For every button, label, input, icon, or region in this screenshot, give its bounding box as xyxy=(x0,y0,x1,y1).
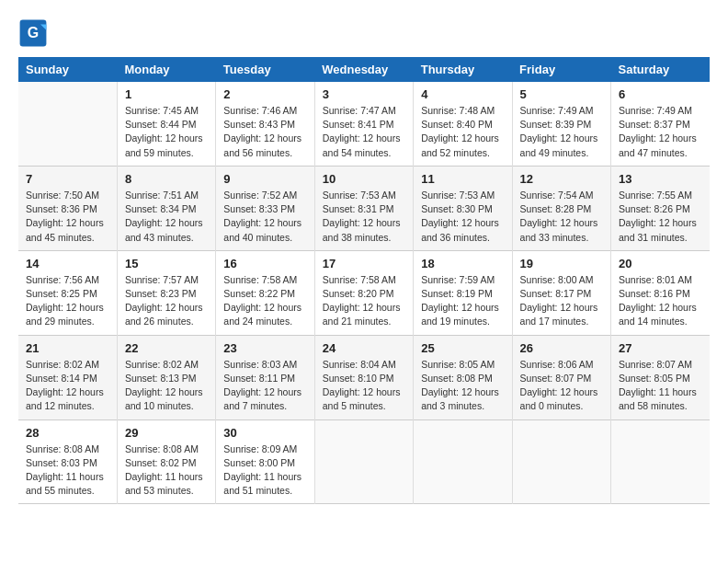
calendar-cell: 7Sunrise: 7:50 AM Sunset: 8:36 PM Daylig… xyxy=(18,166,117,250)
day-info: Sunrise: 7:58 AM Sunset: 8:20 PM Dayligh… xyxy=(323,273,405,329)
calendar-cell: 26Sunrise: 8:06 AM Sunset: 8:07 PM Dayli… xyxy=(512,335,610,419)
calendar-week-row: 14Sunrise: 7:56 AM Sunset: 8:25 PM Dayli… xyxy=(18,250,710,335)
calendar-cell: 17Sunrise: 7:58 AM Sunset: 8:20 PM Dayli… xyxy=(314,250,413,335)
day-info: Sunrise: 7:53 AM Sunset: 8:30 PM Dayligh… xyxy=(421,189,504,245)
day-info: Sunrise: 8:07 AM Sunset: 8:05 PM Dayligh… xyxy=(619,358,702,414)
page-header: G xyxy=(18,18,710,48)
day-number: 14 xyxy=(26,257,109,270)
calendar-week-row: 1Sunrise: 7:45 AM Sunset: 8:44 PM Daylig… xyxy=(18,82,710,166)
calendar-week-row: 28Sunrise: 8:08 AM Sunset: 8:03 PM Dayli… xyxy=(18,419,710,504)
day-number: 7 xyxy=(26,172,109,186)
day-info: Sunrise: 7:58 AM Sunset: 8:22 PM Dayligh… xyxy=(223,273,306,329)
day-info: Sunrise: 7:55 AM Sunset: 8:26 PM Dayligh… xyxy=(619,189,702,245)
day-number: 28 xyxy=(26,426,109,440)
calendar-cell: 21Sunrise: 8:02 AM Sunset: 8:14 PM Dayli… xyxy=(18,335,117,419)
calendar-cell: 10Sunrise: 7:53 AM Sunset: 8:31 PM Dayli… xyxy=(314,166,413,250)
calendar-cell: 29Sunrise: 8:08 AM Sunset: 8:02 PM Dayli… xyxy=(117,419,215,504)
day-info: Sunrise: 7:49 AM Sunset: 8:37 PM Dayligh… xyxy=(619,104,702,160)
day-info: Sunrise: 7:48 AM Sunset: 8:40 PM Dayligh… xyxy=(421,104,504,160)
day-number: 29 xyxy=(125,426,208,440)
day-info: Sunrise: 8:04 AM Sunset: 8:10 PM Dayligh… xyxy=(323,358,405,414)
day-info: Sunrise: 8:09 AM Sunset: 8:00 PM Dayligh… xyxy=(223,442,306,499)
weekday-header-monday: Monday xyxy=(117,57,215,82)
day-number: 20 xyxy=(619,257,702,270)
day-info: Sunrise: 8:01 AM Sunset: 8:16 PM Dayligh… xyxy=(619,273,702,329)
weekday-header-friday: Friday xyxy=(512,57,610,82)
day-number: 12 xyxy=(520,172,603,186)
weekday-header-wednesday: Wednesday xyxy=(314,57,413,82)
calendar-week-row: 7Sunrise: 7:50 AM Sunset: 8:36 PM Daylig… xyxy=(18,166,710,250)
day-info: Sunrise: 8:08 AM Sunset: 8:02 PM Dayligh… xyxy=(125,442,208,499)
day-info: Sunrise: 7:59 AM Sunset: 8:19 PM Dayligh… xyxy=(421,273,504,329)
day-info: Sunrise: 8:08 AM Sunset: 8:03 PM Dayligh… xyxy=(26,442,109,499)
calendar-table: SundayMondayTuesdayWednesdayThursdayFrid… xyxy=(18,57,710,504)
calendar-cell: 23Sunrise: 8:03 AM Sunset: 8:11 PM Dayli… xyxy=(216,335,314,419)
calendar-cell xyxy=(611,419,710,504)
calendar-cell: 5Sunrise: 7:49 AM Sunset: 8:39 PM Daylig… xyxy=(512,82,610,166)
calendar-cell: 19Sunrise: 8:00 AM Sunset: 8:17 PM Dayli… xyxy=(512,250,610,335)
day-number: 22 xyxy=(125,341,208,355)
day-number: 24 xyxy=(323,341,405,355)
day-number: 1 xyxy=(125,87,208,101)
day-number: 30 xyxy=(223,426,306,440)
calendar-cell xyxy=(18,82,117,166)
day-number: 5 xyxy=(520,87,603,101)
weekday-header-tuesday: Tuesday xyxy=(216,57,314,82)
calendar-cell: 28Sunrise: 8:08 AM Sunset: 8:03 PM Dayli… xyxy=(18,419,117,504)
day-info: Sunrise: 7:46 AM Sunset: 8:43 PM Dayligh… xyxy=(223,104,306,160)
calendar-cell: 15Sunrise: 7:57 AM Sunset: 8:23 PM Dayli… xyxy=(117,250,215,335)
day-info: Sunrise: 7:56 AM Sunset: 8:25 PM Dayligh… xyxy=(26,273,109,329)
day-number: 26 xyxy=(520,341,603,355)
day-number: 8 xyxy=(125,172,208,186)
day-number: 18 xyxy=(421,257,504,270)
day-info: Sunrise: 7:50 AM Sunset: 8:36 PM Dayligh… xyxy=(26,189,109,245)
day-number: 3 xyxy=(323,87,405,101)
day-info: Sunrise: 8:02 AM Sunset: 8:13 PM Dayligh… xyxy=(125,358,208,414)
day-info: Sunrise: 8:00 AM Sunset: 8:17 PM Dayligh… xyxy=(520,273,603,329)
day-number: 13 xyxy=(619,172,702,186)
weekday-header-sunday: Sunday xyxy=(18,57,117,82)
weekday-header-row: SundayMondayTuesdayWednesdayThursdayFrid… xyxy=(18,57,710,82)
day-number: 23 xyxy=(223,341,306,355)
calendar-cell xyxy=(512,419,610,504)
day-number: 27 xyxy=(619,341,702,355)
calendar-cell: 8Sunrise: 7:51 AM Sunset: 8:34 PM Daylig… xyxy=(117,166,215,250)
day-info: Sunrise: 7:57 AM Sunset: 8:23 PM Dayligh… xyxy=(125,273,208,329)
calendar-cell: 14Sunrise: 7:56 AM Sunset: 8:25 PM Dayli… xyxy=(18,250,117,335)
calendar-cell: 9Sunrise: 7:52 AM Sunset: 8:33 PM Daylig… xyxy=(216,166,314,250)
day-info: Sunrise: 7:54 AM Sunset: 8:28 PM Dayligh… xyxy=(520,189,603,245)
calendar-cell: 25Sunrise: 8:05 AM Sunset: 8:08 PM Dayli… xyxy=(414,335,512,419)
day-info: Sunrise: 7:45 AM Sunset: 8:44 PM Dayligh… xyxy=(125,104,208,160)
day-number: 21 xyxy=(26,341,109,355)
calendar-cell: 4Sunrise: 7:48 AM Sunset: 8:40 PM Daylig… xyxy=(414,82,512,166)
calendar-cell: 6Sunrise: 7:49 AM Sunset: 8:37 PM Daylig… xyxy=(611,82,710,166)
calendar-cell: 27Sunrise: 8:07 AM Sunset: 8:05 PM Dayli… xyxy=(611,335,710,419)
calendar-cell xyxy=(314,419,413,504)
calendar-cell: 1Sunrise: 7:45 AM Sunset: 8:44 PM Daylig… xyxy=(117,82,215,166)
logo: G xyxy=(18,18,51,48)
day-number: 16 xyxy=(223,257,306,270)
day-number: 2 xyxy=(223,87,306,101)
calendar-cell: 11Sunrise: 7:53 AM Sunset: 8:30 PM Dayli… xyxy=(414,166,512,250)
calendar-cell: 20Sunrise: 8:01 AM Sunset: 8:16 PM Dayli… xyxy=(611,250,710,335)
calendar-week-row: 21Sunrise: 8:02 AM Sunset: 8:14 PM Dayli… xyxy=(18,335,710,419)
day-number: 9 xyxy=(223,172,306,186)
day-info: Sunrise: 8:05 AM Sunset: 8:08 PM Dayligh… xyxy=(421,358,504,414)
day-number: 10 xyxy=(323,172,405,186)
day-number: 15 xyxy=(125,257,208,270)
day-info: Sunrise: 7:53 AM Sunset: 8:31 PM Dayligh… xyxy=(323,189,405,245)
calendar-cell xyxy=(414,419,512,504)
day-info: Sunrise: 8:03 AM Sunset: 8:11 PM Dayligh… xyxy=(223,358,306,414)
calendar-cell: 22Sunrise: 8:02 AM Sunset: 8:13 PM Dayli… xyxy=(117,335,215,419)
calendar-cell: 30Sunrise: 8:09 AM Sunset: 8:00 PM Dayli… xyxy=(216,419,314,504)
day-info: Sunrise: 7:52 AM Sunset: 8:33 PM Dayligh… xyxy=(223,189,306,245)
calendar-cell: 18Sunrise: 7:59 AM Sunset: 8:19 PM Dayli… xyxy=(414,250,512,335)
day-number: 17 xyxy=(323,257,405,270)
day-number: 6 xyxy=(619,87,702,101)
svg-text:G: G xyxy=(28,25,39,40)
day-number: 4 xyxy=(421,87,504,101)
day-info: Sunrise: 7:51 AM Sunset: 8:34 PM Dayligh… xyxy=(125,189,208,245)
day-info: Sunrise: 7:47 AM Sunset: 8:41 PM Dayligh… xyxy=(323,104,405,160)
weekday-header-saturday: Saturday xyxy=(611,57,710,82)
day-number: 19 xyxy=(520,257,603,270)
